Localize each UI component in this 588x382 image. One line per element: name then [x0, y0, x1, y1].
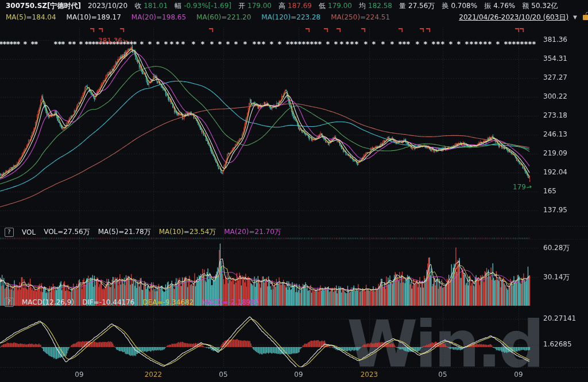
- chevron-down-icon[interactable]: ▼: [573, 14, 577, 20]
- ma60-legend: MA(60)=221.20: [196, 13, 251, 21]
- macd-value: MACD=-2.18987: [202, 298, 260, 306]
- field-turnover-rate: 换0.708%: [442, 1, 477, 11]
- ma250-legend: MA(250)=224.51: [331, 13, 390, 21]
- vol-value: VOL=27.56万: [44, 227, 90, 237]
- chart-canvas[interactable]: [0, 0, 588, 382]
- field-close: 收181.01: [134, 1, 168, 11]
- field-amplitude: 振4.76%: [484, 1, 515, 11]
- vol-ma10-value: MA(10)=23.54万: [159, 227, 216, 237]
- dif-value: DIF=-10.44176: [82, 298, 134, 306]
- date-range-selector[interactable]: 2021/04/26-2023/10/20 (603日): [459, 13, 568, 22]
- field-avg: 均182.58: [359, 1, 392, 11]
- field-change: 幅-0.93%[-1.69]: [175, 1, 231, 11]
- arrow-icon: →: [525, 182, 533, 192]
- unlock-icon[interactable]: [583, 15, 588, 20]
- volume-pane-title: VOL: [22, 228, 36, 236]
- field-low: 低179.00: [319, 1, 352, 11]
- vol-ma5-value: MA(5)=21.78万: [98, 227, 151, 237]
- macd-pane-header: ? MACD(12,26,9) DIF=-10.44176 DEA=-9.346…: [0, 298, 260, 307]
- quote-date: 2023/10/20: [88, 2, 127, 10]
- ma5-legend: MA(5)=184.04: [6, 13, 56, 21]
- low-price-annotation: 179→: [513, 183, 532, 191]
- field-high: 高187.69: [278, 1, 312, 11]
- ma120-legend: MA(120)=223.28: [261, 13, 320, 21]
- help-icon[interactable]: ?: [5, 298, 14, 307]
- help-icon[interactable]: ?: [5, 228, 14, 237]
- ma-legend-bar: MA(5)=184.04 MA(10)=189.17 MA(20)=198.65…: [0, 11, 588, 23]
- volume-pane-header: ? VOL VOL=27.56万 MA(5)=21.78万 MA(10)=23.…: [0, 227, 281, 237]
- dea-value: DEA=-9.34682: [142, 298, 194, 306]
- quote-bar: 300750.SZ[宁德时代] 2023/10/20 收181.01 幅-0.9…: [0, 0, 588, 11]
- field-volume: 量27.56万: [399, 1, 435, 11]
- high-price-annotation: 381.36→: [98, 37, 128, 45]
- vol-ma20-value: MA(20)=21.70万: [224, 227, 281, 237]
- macd-pane-title: MACD(12,26,9): [22, 298, 74, 306]
- symbol-name: 300750.SZ[宁德时代]: [6, 1, 81, 11]
- field-open: 开179.00: [238, 1, 272, 11]
- stock-chart-app: { "topbar": { "symbol": "300750.SZ[宁德时代]…: [0, 0, 588, 382]
- ma10-legend: MA(10)=189.17: [67, 13, 121, 21]
- ma20-legend: MA(20)=198.65: [131, 13, 186, 21]
- field-amount: 额50.32亿: [522, 1, 558, 11]
